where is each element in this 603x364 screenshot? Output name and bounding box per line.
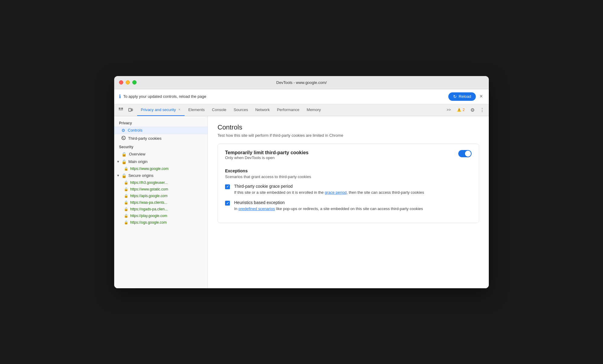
secure-origins-arrow: ▼ (117, 174, 120, 177)
card-header: Temporarily limit third-party cookies On… (225, 150, 472, 166)
maximize-button[interactable] (132, 80, 137, 85)
heuristics-desc-before: In (234, 206, 238, 211)
lock-icon-1: 🔒 (124, 187, 128, 191)
tab-console[interactable]: Console (208, 104, 230, 116)
lock-icon-2: 🔒 (124, 194, 128, 198)
lock-icon-main-url: 🔒 (124, 167, 128, 171)
tab-sources-label: Sources (234, 107, 248, 112)
tab-close-icon[interactable]: × (178, 107, 181, 112)
svg-rect-3 (121, 109, 123, 109)
sidebar: Privacy ⚙ Controls Third-party cookies (114, 116, 208, 288)
controls-label: Controls (128, 128, 142, 133)
secure-origin-4: https://ogads-pa.clien... (130, 207, 168, 211)
svg-point-11 (123, 138, 123, 139)
svg-rect-4 (119, 110, 123, 110)
devtools-window: DevTools - www.google.com/ ℹ To apply yo… (114, 76, 489, 288)
list-item[interactable]: 🔒 https://waa-pa.clients... (114, 199, 208, 206)
main-origin-arrow: ▼ (117, 160, 120, 163)
grace-period-checkbox[interactable] (225, 184, 230, 189)
card-title-group: Temporarily limit third-party cookies On… (225, 150, 308, 166)
secure-origin-5: https://play.google.com (130, 214, 167, 218)
reload-label: Reload (459, 94, 471, 99)
more-tabs-button[interactable]: >> (444, 107, 453, 113)
titlebar: DevTools - www.google.com/ (114, 76, 489, 89)
secure-origin-6: https://ogs.google.com (130, 220, 167, 225)
list-item[interactable]: 🔒 https://lh3.googleuser... (114, 179, 208, 186)
exception-item-grace-period: Third-party cookie grace period If this … (225, 184, 472, 196)
list-item[interactable]: 🔒 https://ogads-pa.clien... (114, 206, 208, 212)
lock-icon-4: 🔒 (124, 207, 128, 211)
minimize-button[interactable] (126, 80, 130, 85)
svg-point-7 (122, 136, 125, 139)
card-title: Temporarily limit third-party cookies (225, 150, 308, 155)
svg-rect-2 (121, 108, 123, 108)
tab-memory[interactable]: Memory (303, 104, 324, 116)
sidebar-item-main-origin[interactable]: ▼ 🔒 Main origin (114, 158, 208, 165)
secure-origin-1: https://www.gstatic.com (130, 187, 168, 191)
sidebar-item-third-party-cookies[interactable]: Third-party cookies (114, 134, 208, 142)
limit-cookies-toggle[interactable] (458, 150, 472, 157)
exception-item-heuristics: Heuristics based exception In predefined… (225, 200, 472, 212)
warning-badge[interactable]: ⚠️ 2 (454, 107, 467, 113)
sidebar-item-controls[interactable]: ⚙ Controls (114, 126, 208, 134)
tab-network-label: Network (255, 107, 270, 112)
inspect-icon[interactable] (117, 106, 125, 114)
exceptions-title: Exceptions (225, 168, 472, 173)
tab-elements[interactable]: Elements (185, 104, 208, 116)
svg-point-9 (124, 137, 124, 137)
grace-period-title: Third-party cookie grace period (234, 184, 424, 189)
tab-performance-label: Performance (277, 107, 299, 112)
tab-console-label: Console (212, 107, 227, 112)
list-item[interactable]: 🔒 https://www.gstatic.com (114, 186, 208, 193)
more-options-button[interactable]: ⋮ (478, 106, 486, 114)
sidebar-item-main-origin-url[interactable]: 🔒 https://www.google.com (114, 165, 208, 172)
info-icon: ℹ (119, 94, 121, 99)
cookies-icon (121, 136, 126, 141)
exceptions-subtitle: Scenarios that grant access to third-par… (225, 174, 472, 179)
close-notification-button[interactable]: × (478, 93, 484, 100)
lock-secure-origins-icon: 🔒 (121, 173, 127, 178)
lock-overview-icon: 🔒 (121, 152, 127, 157)
security-section-label: Security (114, 142, 208, 150)
tab-privacy-and-security[interactable]: Privacy and security × (137, 104, 185, 116)
secure-origins-label: Secure origins (128, 173, 153, 178)
heuristics-desc: In predefined scenarios like pop-ups or … (234, 206, 423, 212)
page-subtitle: Test how this site will perform if third… (218, 133, 479, 138)
svg-rect-1 (119, 109, 121, 109)
warning-icon: ⚠️ (457, 108, 461, 112)
secure-origin-0: https://lh3.googleuser... (130, 180, 168, 185)
list-item[interactable]: 🔒 https://ogs.google.com (114, 219, 208, 226)
reload-icon: ↻ (453, 94, 457, 99)
sidebar-item-secure-origins[interactable]: ▼ 🔒 Secure origins (114, 172, 208, 179)
main-content: Controls Test how this site will perform… (208, 116, 489, 288)
list-item[interactable]: 🔒 https://play.google.com (114, 212, 208, 219)
sidebar-item-overview[interactable]: 🔒 Overview (114, 150, 208, 158)
tool-icons (117, 106, 135, 114)
svg-rect-5 (129, 108, 131, 111)
heuristics-content: Heuristics based exception In predefined… (234, 200, 423, 212)
lock-main-origin-icon: 🔒 (121, 159, 127, 164)
heuristics-checkbox[interactable] (225, 201, 230, 206)
close-button[interactable] (119, 80, 123, 85)
device-icon[interactable] (126, 106, 135, 114)
secure-origin-3: https://waa-pa.clients... (130, 200, 167, 205)
lock-icon-6: 🔒 (124, 220, 128, 225)
list-item[interactable]: 🔒 https://apis.google.com (114, 193, 208, 199)
notification-bar: ℹ To apply your updated controls, reload… (114, 89, 489, 104)
tab-performance[interactable]: Performance (273, 104, 303, 116)
controls-icon: ⚙ (121, 128, 125, 133)
grace-period-desc: If this site or a site embedded on it is… (234, 190, 424, 196)
lock-icon-0: 🔒 (124, 180, 128, 185)
tab-network[interactable]: Network (252, 104, 273, 116)
notification-text: To apply your updated controls, reload t… (123, 94, 446, 99)
predefined-scenarios-link[interactable]: predefined scenarios (238, 206, 275, 211)
settings-icon: ⚙ (470, 107, 475, 113)
tab-sources[interactable]: Sources (230, 104, 252, 116)
grace-desc-before: If this site or a site embedded on it is… (234, 190, 325, 195)
reload-button[interactable]: ↻ Reload (448, 92, 476, 101)
settings-button[interactable]: ⚙ (468, 106, 477, 114)
secure-origin-2: https://apis.google.com (130, 194, 167, 198)
overview-label: Overview (129, 152, 145, 156)
grace-period-link[interactable]: grace period (325, 190, 347, 195)
controls-card: Temporarily limit third-party cookies On… (218, 144, 479, 223)
